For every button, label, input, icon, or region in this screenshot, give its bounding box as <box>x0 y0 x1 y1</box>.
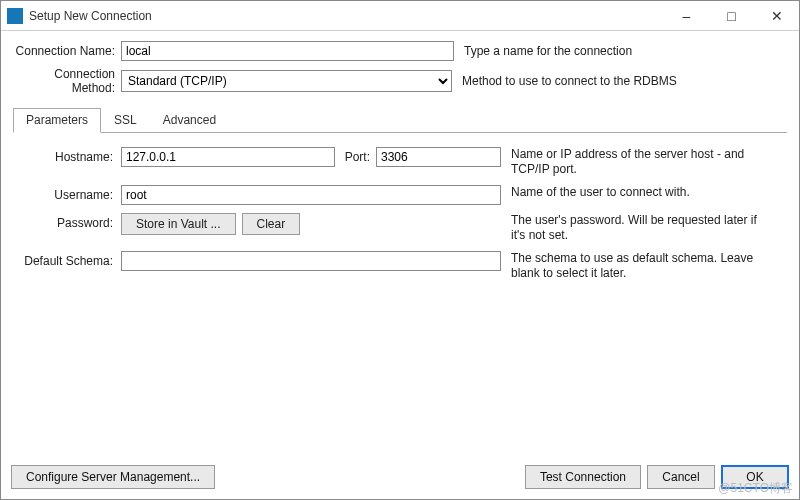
row-connection-name: Connection Name: Type a name for the con… <box>13 41 787 61</box>
username-label: Username: <box>17 185 121 202</box>
titlebar: Setup New Connection – □ ✕ <box>1 1 799 31</box>
hostname-help: Name or IP address of the server host - … <box>511 147 766 177</box>
dialog-footer: Configure Server Management... Test Conn… <box>1 458 799 499</box>
connection-name-label: Connection Name: <box>13 44 121 58</box>
username-controls <box>121 185 501 205</box>
row-default-schema: Default Schema: The schema to use as def… <box>17 251 783 281</box>
cancel-button[interactable]: Cancel <box>647 465 715 489</box>
tab-parameters[interactable]: Parameters <box>13 108 101 133</box>
default-schema-controls <box>121 251 501 271</box>
row-connection-method: Connection Method: Standard (TCP/IP) Met… <box>13 67 787 95</box>
store-in-vault-button[interactable]: Store in Vault ... <box>121 213 236 235</box>
default-schema-label: Default Schema: <box>17 251 121 268</box>
hostname-controls: Port: <box>121 147 501 167</box>
port-label: Port: <box>345 150 370 164</box>
window-title: Setup New Connection <box>29 9 664 23</box>
row-hostname: Hostname: Port: Name or IP address of th… <box>17 147 783 177</box>
password-label: Password: <box>17 213 121 230</box>
test-connection-button[interactable]: Test Connection <box>525 465 641 489</box>
window-controls: – □ ✕ <box>664 1 799 30</box>
tab-parameters-body: Hostname: Port: Name or IP address of th… <box>13 133 787 450</box>
username-help: Name of the user to connect with. <box>511 185 766 200</box>
ok-button[interactable]: OK <box>721 465 789 489</box>
tab-advanced[interactable]: Advanced <box>150 108 229 133</box>
app-icon <box>7 8 23 24</box>
connection-name-help: Type a name for the connection <box>464 44 787 58</box>
connection-method-help: Method to use to connect to the RDBMS <box>462 74 787 88</box>
maximize-button[interactable]: □ <box>709 1 754 30</box>
default-schema-help: The schema to use as default schema. Lea… <box>511 251 766 281</box>
hostname-input[interactable] <box>121 147 335 167</box>
connection-name-input[interactable] <box>121 41 454 61</box>
dialog-window: Setup New Connection – □ ✕ Connection Na… <box>0 0 800 500</box>
row-password: Password: Store in Vault ... Clear The u… <box>17 213 783 243</box>
minimize-button[interactable]: – <box>664 1 709 30</box>
dialog-content: Connection Name: Type a name for the con… <box>1 31 799 458</box>
hostname-label: Hostname: <box>17 147 121 164</box>
password-controls: Store in Vault ... Clear <box>121 213 501 235</box>
default-schema-input[interactable] <box>121 251 501 271</box>
port-input[interactable] <box>376 147 501 167</box>
configure-server-management-button[interactable]: Configure Server Management... <box>11 465 215 489</box>
connection-method-label: Connection Method: <box>13 67 121 95</box>
tab-ssl[interactable]: SSL <box>101 108 150 133</box>
close-button[interactable]: ✕ <box>754 1 799 30</box>
row-username: Username: Name of the user to connect wi… <box>17 185 783 205</box>
connection-method-select[interactable]: Standard (TCP/IP) <box>121 70 452 92</box>
password-help: The user's password. Will be requested l… <box>511 213 766 243</box>
tabstrip: Parameters SSL Advanced <box>13 107 787 133</box>
username-input[interactable] <box>121 185 501 205</box>
clear-password-button[interactable]: Clear <box>242 213 301 235</box>
